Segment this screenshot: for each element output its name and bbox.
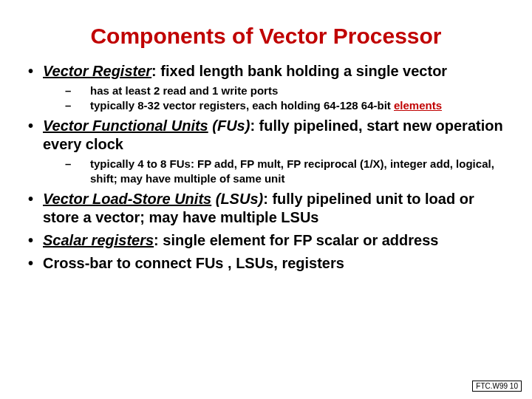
bullet-scalar-registers: Scalar registers: single element for FP … [27, 231, 505, 250]
slide-footer: FTC.W99 10 [472, 381, 522, 392]
term-vector-lsus: Vector Load-Store Units [43, 191, 211, 207]
term-scalar-registers: Scalar registers [43, 232, 154, 248]
bullet-list: Vector Register: fixed length bank holdi… [27, 62, 505, 273]
abbr-lsus: (LSUs) [211, 191, 263, 207]
abbr-fus: (FUs) [208, 117, 250, 134]
bullet-vector-register: Vector Register: fixed length bank holdi… [27, 62, 505, 112]
slide: Components of Vector Processor Vector Re… [0, 0, 532, 292]
sub-item: typically 4 to 8 FUs: FP add, FP mult, F… [65, 157, 505, 185]
sub-list: typically 4 to 8 FUs: FP add, FP mult, F… [65, 157, 505, 185]
bullet-crossbar: Cross-bar to connect FUs , LSUs, registe… [27, 254, 505, 273]
bullet-vector-fus: Vector Functional Units (FUs): fully pip… [27, 117, 505, 185]
text: typically 8-32 vector registers, each ho… [90, 99, 394, 112]
sub-item: typically 8-32 vector registers, each ho… [65, 98, 505, 113]
text-elements: elements [394, 99, 442, 112]
term-vector-register: Vector Register [43, 63, 151, 79]
slide-title: Components of Vector Processor [27, 24, 505, 49]
sub-list: has at least 2 read and 1 write ports ty… [65, 83, 505, 112]
term-vector-fus: Vector Functional Units [43, 117, 208, 134]
text: : fixed length bank holding a single vec… [151, 63, 447, 79]
sub-item: has at least 2 read and 1 write ports [65, 83, 505, 98]
bullet-vector-lsus: Vector Load-Store Units (LSUs): fully pi… [27, 190, 505, 227]
text: : single element for FP scalar or addres… [154, 232, 438, 248]
